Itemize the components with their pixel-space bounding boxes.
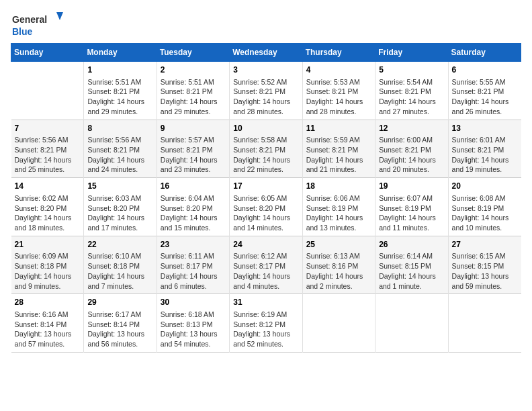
day-info: Sunrise: 5:54 AMSunset: 8:21 PMDaylight:…	[379, 77, 444, 117]
calendar-cell: 12Sunrise: 6:00 AMSunset: 8:21 PMDayligh…	[375, 120, 448, 178]
calendar-week-row: 1Sunrise: 5:51 AMSunset: 8:21 PMDaylight…	[11, 62, 521, 120]
calendar-cell: 2Sunrise: 5:51 AMSunset: 8:21 PMDaylight…	[157, 62, 229, 120]
calendar-cell: 29Sunrise: 6:17 AMSunset: 8:14 PMDayligh…	[84, 294, 157, 353]
day-info: Sunrise: 6:06 AMSunset: 8:19 PMDaylight:…	[306, 193, 371, 233]
day-info: Sunrise: 6:05 AMSunset: 8:20 PMDaylight:…	[233, 193, 298, 233]
calendar-cell: 30Sunrise: 6:18 AMSunset: 8:13 PMDayligh…	[157, 294, 229, 353]
weekday-header: Sunday	[11, 44, 84, 62]
calendar-cell: 22Sunrise: 6:10 AMSunset: 8:18 PMDayligh…	[84, 236, 157, 294]
day-number: 19	[379, 181, 444, 192]
day-info: Sunrise: 5:59 AMSunset: 8:21 PMDaylight:…	[306, 135, 371, 175]
calendar-cell: 25Sunrise: 6:13 AMSunset: 8:16 PMDayligh…	[302, 236, 375, 294]
day-info: Sunrise: 6:13 AMSunset: 8:16 PMDaylight:…	[306, 251, 371, 291]
calendar-cell: 26Sunrise: 6:14 AMSunset: 8:15 PMDayligh…	[375, 236, 448, 294]
day-info: Sunrise: 5:55 AMSunset: 8:21 PMDaylight:…	[452, 77, 518, 117]
day-info: Sunrise: 6:08 AMSunset: 8:19 PMDaylight:…	[452, 193, 518, 233]
calendar-cell: 23Sunrise: 6:11 AMSunset: 8:17 PMDayligh…	[157, 236, 229, 294]
day-number: 9	[161, 123, 226, 134]
day-number: 2	[161, 64, 226, 76]
day-number: 31	[233, 297, 298, 308]
calendar-cell: 15Sunrise: 6:03 AMSunset: 8:20 PMDayligh…	[84, 178, 157, 236]
calendar-cell: 8Sunrise: 5:56 AMSunset: 8:21 PMDaylight…	[84, 120, 157, 178]
weekday-header: Thursday	[302, 44, 375, 62]
day-number: 13	[452, 123, 518, 134]
day-number: 11	[306, 123, 371, 134]
day-number: 23	[161, 239, 226, 250]
calendar-cell: 19Sunrise: 6:07 AMSunset: 8:19 PMDayligh…	[375, 178, 448, 236]
day-info: Sunrise: 6:10 AMSunset: 8:18 PMDaylight:…	[87, 251, 152, 291]
weekday-header: Monday	[84, 44, 157, 62]
calendar-cell: 5Sunrise: 5:54 AMSunset: 8:21 PMDaylight…	[375, 62, 448, 120]
calendar-cell: 1Sunrise: 5:51 AMSunset: 8:21 PMDaylight…	[84, 62, 157, 120]
calendar-cell: 9Sunrise: 5:57 AMSunset: 8:21 PMDaylight…	[157, 120, 229, 178]
day-number: 8	[87, 123, 152, 134]
header: General Blue	[11, 11, 521, 38]
calendar-cell: 10Sunrise: 5:58 AMSunset: 8:21 PMDayligh…	[230, 120, 302, 178]
calendar-cell: 20Sunrise: 6:08 AMSunset: 8:19 PMDayligh…	[448, 178, 521, 236]
calendar-cell: 4Sunrise: 5:53 AMSunset: 8:21 PMDaylight…	[302, 62, 375, 120]
day-info: Sunrise: 6:11 AMSunset: 8:17 PMDaylight:…	[161, 251, 226, 291]
day-info: Sunrise: 6:00 AMSunset: 8:21 PMDaylight:…	[379, 135, 444, 175]
day-number: 27	[452, 239, 518, 250]
day-number: 26	[379, 239, 444, 250]
day-number: 6	[452, 64, 518, 76]
calendar-cell: 6Sunrise: 5:55 AMSunset: 8:21 PMDaylight…	[448, 62, 521, 120]
day-number: 5	[379, 64, 444, 76]
day-info: Sunrise: 6:01 AMSunset: 8:21 PMDaylight:…	[452, 135, 518, 175]
day-info: Sunrise: 6:17 AMSunset: 8:14 PMDaylight:…	[87, 310, 152, 349]
day-info: Sunrise: 5:56 AMSunset: 8:21 PMDaylight:…	[87, 135, 152, 175]
calendar-week-row: 21Sunrise: 6:09 AMSunset: 8:18 PMDayligh…	[11, 236, 521, 294]
day-info: Sunrise: 5:53 AMSunset: 8:21 PMDaylight:…	[306, 77, 371, 117]
day-info: Sunrise: 6:09 AMSunset: 8:18 PMDaylight:…	[15, 251, 81, 291]
calendar-cell: 3Sunrise: 5:52 AMSunset: 8:21 PMDaylight…	[230, 62, 302, 120]
calendar-cell: 27Sunrise: 6:15 AMSunset: 8:15 PMDayligh…	[448, 236, 521, 294]
day-info: Sunrise: 6:03 AMSunset: 8:20 PMDaylight:…	[87, 193, 152, 233]
day-info: Sunrise: 5:51 AMSunset: 8:21 PMDaylight:…	[161, 77, 226, 117]
day-info: Sunrise: 6:04 AMSunset: 8:20 PMDaylight:…	[161, 193, 226, 233]
day-number: 20	[452, 181, 518, 192]
day-number: 16	[161, 181, 226, 192]
weekday-header: Wednesday	[230, 44, 302, 62]
day-info: Sunrise: 6:15 AMSunset: 8:15 PMDaylight:…	[452, 251, 518, 291]
day-info: Sunrise: 6:18 AMSunset: 8:13 PMDaylight:…	[161, 310, 226, 349]
calendar-cell	[448, 294, 521, 353]
header-row: SundayMondayTuesdayWednesdayThursdayFrid…	[11, 44, 521, 62]
day-info: Sunrise: 6:16 AMSunset: 8:14 PMDaylight:…	[15, 310, 81, 349]
weekday-header: Friday	[375, 44, 448, 62]
day-number: 30	[161, 297, 226, 308]
day-number: 10	[233, 123, 298, 134]
calendar-cell: 13Sunrise: 6:01 AMSunset: 8:21 PMDayligh…	[448, 120, 521, 178]
calendar-week-row: 28Sunrise: 6:16 AMSunset: 8:14 PMDayligh…	[11, 294, 521, 353]
day-info: Sunrise: 5:58 AMSunset: 8:21 PMDaylight:…	[233, 135, 298, 175]
day-number: 15	[87, 181, 152, 192]
day-number: 22	[87, 239, 152, 250]
day-info: Sunrise: 5:51 AMSunset: 8:21 PMDaylight:…	[87, 77, 152, 117]
calendar-cell: 24Sunrise: 6:12 AMSunset: 8:17 PMDayligh…	[230, 236, 302, 294]
day-number: 7	[15, 123, 81, 134]
calendar-cell: 18Sunrise: 6:06 AMSunset: 8:19 PMDayligh…	[302, 178, 375, 236]
calendar-cell: 31Sunrise: 6:19 AMSunset: 8:12 PMDayligh…	[230, 294, 302, 353]
calendar-week-row: 7Sunrise: 5:56 AMSunset: 8:21 PMDaylight…	[11, 120, 521, 178]
svg-marker-2	[56, 12, 63, 20]
calendar-cell	[11, 62, 84, 120]
day-info: Sunrise: 6:07 AMSunset: 8:19 PMDaylight:…	[379, 193, 444, 233]
day-info: Sunrise: 6:12 AMSunset: 8:17 PMDaylight:…	[233, 251, 298, 291]
day-number: 25	[306, 239, 371, 250]
logo-icon: General Blue	[11, 11, 64, 38]
svg-text:Blue: Blue	[12, 26, 33, 37]
day-info: Sunrise: 6:14 AMSunset: 8:15 PMDaylight:…	[379, 251, 444, 291]
day-number: 24	[233, 239, 298, 250]
day-info: Sunrise: 5:57 AMSunset: 8:21 PMDaylight:…	[161, 135, 226, 175]
calendar-cell: 16Sunrise: 6:04 AMSunset: 8:20 PMDayligh…	[157, 178, 229, 236]
calendar-cell	[375, 294, 448, 353]
calendar-cell: 7Sunrise: 5:56 AMSunset: 8:21 PMDaylight…	[11, 120, 84, 178]
day-info: Sunrise: 5:56 AMSunset: 8:21 PMDaylight:…	[15, 135, 81, 175]
weekday-header: Saturday	[448, 44, 521, 62]
day-number: 28	[15, 297, 81, 308]
logo: General Blue	[11, 11, 64, 38]
day-info: Sunrise: 6:19 AMSunset: 8:12 PMDaylight:…	[233, 310, 298, 349]
day-number: 3	[233, 64, 298, 76]
day-number: 17	[233, 181, 298, 192]
calendar-cell: 17Sunrise: 6:05 AMSunset: 8:20 PMDayligh…	[230, 178, 302, 236]
calendar-cell: 11Sunrise: 5:59 AMSunset: 8:21 PMDayligh…	[302, 120, 375, 178]
